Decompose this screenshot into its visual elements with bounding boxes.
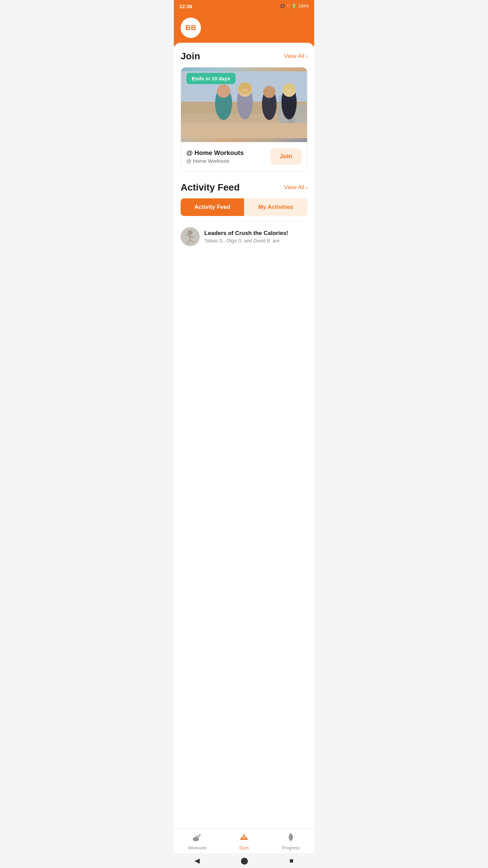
workouts-label: Workouts — [188, 845, 207, 850]
bottom-nav: Workouts Gym Progress — [174, 829, 314, 853]
status-time: 12:36 — [179, 3, 192, 9]
status-bar: 12:36 🔕 ▽ 🔋 100% — [174, 0, 314, 12]
join-title: Join — [181, 51, 200, 62]
challenge-name: @ Home Workouts — [186, 149, 244, 157]
main-content: Join View All › — [174, 43, 314, 863]
activity-item-desc: Tobias S., Olga O. and David B. are — [204, 238, 288, 243]
ends-badge: Ends in 10 days — [186, 73, 236, 84]
challenge-info: @ Home Workouts @ Home Workouts Join — [181, 142, 307, 171]
status-icons: 🔕 ▽ 🔋 100% — [280, 4, 309, 8]
progress-label: Progress — [282, 845, 300, 850]
svg-point-18 — [286, 89, 292, 92]
svg-point-31 — [243, 836, 245, 838]
home-button[interactable]: ⬤ — [241, 856, 248, 863]
tab-activity-feed[interactable]: Activity Feed — [181, 198, 244, 216]
challenge-card: Ends in 10 days @ Home Workouts @ Home W… — [181, 67, 307, 171]
activity-chevron-icon: › — [306, 184, 307, 191]
tab-my-activities[interactable]: My Activities — [244, 198, 307, 216]
svg-point-20 — [188, 230, 192, 235]
join-chevron-icon: › — [306, 53, 307, 59]
activity-avatar — [181, 227, 200, 246]
svg-point-12 — [263, 86, 276, 98]
nav-workouts[interactable]: Workouts — [184, 832, 211, 850]
notification-icon: 🔕 — [280, 4, 285, 8]
wifi-icon: ▽ — [287, 4, 290, 8]
challenge-image: Ends in 10 days — [181, 67, 307, 142]
activity-item: Leaders of Crush the Calories! Tobias S.… — [181, 221, 307, 252]
join-view-all[interactable]: View All › — [284, 53, 307, 60]
system-nav: ◀ ⬤ ■ — [174, 853, 314, 863]
challenge-text: @ Home Workouts @ Home Workouts — [186, 149, 244, 164]
activity-view-all[interactable]: View All › — [284, 184, 307, 191]
workouts-icon — [192, 832, 202, 844]
activity-title: Activity Feed — [181, 182, 240, 193]
challenge-sub: @ Home Workouts — [186, 158, 244, 164]
nav-progress[interactable]: Progress — [277, 832, 304, 850]
progress-icon — [286, 832, 296, 844]
svg-point-27 — [194, 838, 198, 841]
battery-icon: 🔋 — [291, 4, 297, 8]
svg-rect-3 — [181, 123, 307, 138]
avatar[interactable]: BB — [181, 18, 201, 38]
activity-tabs: Activity Feed My Activities — [181, 198, 307, 216]
back-button[interactable]: ◀ — [195, 856, 200, 863]
activity-section: Activity Feed View All › Activity Feed M… — [181, 182, 307, 252]
activity-section-header: Activity Feed View All › — [181, 182, 307, 193]
battery-pct: 100% — [298, 4, 309, 8]
gym-label: Gym — [239, 845, 248, 850]
join-button[interactable]: Join — [270, 148, 302, 165]
gym-icon — [239, 832, 249, 844]
header: BB — [174, 12, 314, 46]
activity-text: Leaders of Crush the Calories! Tobias S.… — [204, 230, 288, 243]
svg-point-17 — [242, 88, 248, 92]
recents-button[interactable]: ■ — [289, 857, 293, 864]
svg-point-8 — [217, 84, 230, 98]
nav-gym[interactable]: Gym — [230, 832, 258, 850]
join-section-header: Join View All › — [181, 51, 307, 62]
activity-item-title: Leaders of Crush the Calories! — [204, 230, 288, 237]
svg-point-28 — [199, 834, 201, 835]
